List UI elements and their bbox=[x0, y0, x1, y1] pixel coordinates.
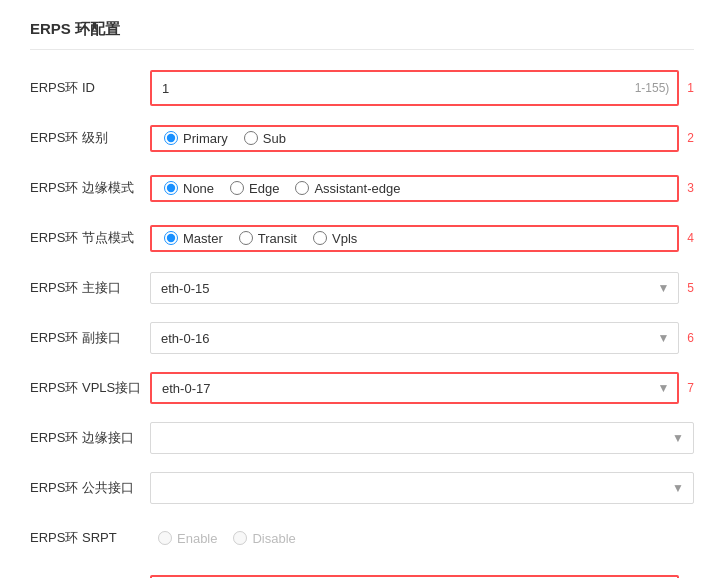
erps-level-primary[interactable]: Primary bbox=[164, 131, 228, 146]
erps-edge-port-row: ERPS环 边缘接口 ▼ bbox=[30, 420, 694, 456]
page-title: ERPS 环配置 bbox=[30, 20, 694, 50]
erps-status-group: Enable Disable bbox=[150, 575, 679, 579]
erps-sub-port-wrapper: eth-0-15 eth-0-16 eth-0-17 ▼ bbox=[150, 322, 679, 354]
erps-public-port-control: ▼ bbox=[150, 472, 694, 504]
erps-edge-mode-none-label: None bbox=[183, 181, 214, 196]
erps-main-port-row: ERPS环 主接口 eth-0-15 eth-0-16 eth-0-17 ▼ 5 bbox=[30, 270, 694, 306]
erps-edge-port-select[interactable] bbox=[150, 422, 694, 454]
erps-id-row: ERPS环 ID 1-155) 1 bbox=[30, 70, 694, 106]
erps-public-port-select[interactable] bbox=[150, 472, 694, 504]
erps-vpls-port-row: ERPS环 VPLS接口 eth-0-15 eth-0-16 eth-0-17 … bbox=[30, 370, 694, 406]
erps-main-port-label: ERPS环 主接口 bbox=[30, 279, 150, 297]
erps-edge-port-control: ▼ bbox=[150, 422, 694, 454]
erps-public-port-label: ERPS环 公共接口 bbox=[30, 479, 150, 497]
erps-vpls-port-control: eth-0-15 eth-0-16 eth-0-17 ▼ bbox=[150, 372, 679, 404]
erps-node-mode-group: Master Transit Vpls bbox=[150, 225, 679, 252]
erps-public-port-row: ERPS环 公共接口 ▼ bbox=[30, 470, 694, 506]
erps-edge-port-label: ERPS环 边缘接口 bbox=[30, 429, 150, 447]
erps-main-port-index: 5 bbox=[687, 281, 694, 295]
erps-main-port-wrapper: eth-0-15 eth-0-16 eth-0-17 ▼ bbox=[150, 272, 679, 304]
erps-sub-port-index: 6 bbox=[687, 331, 694, 345]
erps-public-port-wrapper: ▼ bbox=[150, 472, 694, 504]
erps-sub-port-control: eth-0-15 eth-0-16 eth-0-17 ▼ bbox=[150, 322, 679, 354]
erps-level-primary-label: Primary bbox=[183, 131, 228, 146]
erps-edge-mode-control: None Edge Assistant-edge bbox=[150, 175, 679, 202]
erps-node-mode-master-radio[interactable] bbox=[164, 231, 178, 245]
erps-sub-port-label: ERPS环 副接口 bbox=[30, 329, 150, 347]
erps-srpt-disable-radio bbox=[233, 531, 247, 545]
erps-edge-mode-none-radio[interactable] bbox=[164, 181, 178, 195]
erps-node-mode-vpls[interactable]: Vpls bbox=[313, 231, 357, 246]
erps-level-group: Primary Sub bbox=[150, 125, 679, 152]
erps-edge-mode-label: ERPS环 边缘模式 bbox=[30, 179, 150, 197]
erps-edge-mode-none[interactable]: None bbox=[164, 181, 214, 196]
erps-node-mode-master-label: Master bbox=[183, 231, 223, 246]
erps-sub-port-row: ERPS环 副接口 eth-0-15 eth-0-16 eth-0-17 ▼ 6 bbox=[30, 320, 694, 356]
erps-node-mode-transit[interactable]: Transit bbox=[239, 231, 297, 246]
erps-edge-port-wrapper: ▼ bbox=[150, 422, 694, 454]
erps-vpls-port-wrapper: eth-0-15 eth-0-16 eth-0-17 ▼ bbox=[150, 372, 679, 404]
erps-srpt-label: ERPS环 SRPT bbox=[30, 529, 150, 547]
erps-id-input[interactable] bbox=[152, 72, 627, 104]
erps-node-mode-row: ERPS环 节点模式 Master Transit Vpls 4 bbox=[30, 220, 694, 256]
erps-edge-mode-group: None Edge Assistant-edge bbox=[150, 175, 679, 202]
erps-srpt-control: Enable Disable bbox=[150, 527, 694, 550]
erps-srpt-enable: Enable bbox=[158, 531, 217, 546]
erps-id-label: ERPS环 ID bbox=[30, 79, 150, 97]
erps-vpls-port-index: 7 bbox=[687, 381, 694, 395]
erps-srpt-enable-radio bbox=[158, 531, 172, 545]
erps-id-index: 1 bbox=[687, 81, 694, 95]
erps-level-row: ERPS环 级别 Primary Sub 2 bbox=[30, 120, 694, 156]
erps-main-port-select[interactable]: eth-0-15 eth-0-16 eth-0-17 bbox=[150, 272, 679, 304]
erps-main-port-control: eth-0-15 eth-0-16 eth-0-17 ▼ bbox=[150, 272, 679, 304]
erps-edge-mode-row: ERPS环 边缘模式 None Edge Assistant-edge 3 bbox=[30, 170, 694, 206]
erps-vpls-port-select[interactable]: eth-0-15 eth-0-16 eth-0-17 bbox=[150, 372, 679, 404]
erps-vpls-port-label: ERPS环 VPLS接口 bbox=[30, 379, 150, 397]
erps-node-mode-label: ERPS环 节点模式 bbox=[30, 229, 150, 247]
erps-edge-mode-assistant-radio[interactable] bbox=[295, 181, 309, 195]
erps-id-wrapper: 1-155) bbox=[150, 70, 679, 106]
erps-srpt-disable-label: Disable bbox=[252, 531, 295, 546]
erps-srpt-enable-label: Enable bbox=[177, 531, 217, 546]
erps-status-row: ERPS环 状态 Enable Disable 8 bbox=[30, 570, 694, 578]
erps-node-mode-control: Master Transit Vpls bbox=[150, 225, 679, 252]
erps-node-mode-index: 4 bbox=[687, 231, 694, 245]
erps-edge-mode-edge-label: Edge bbox=[249, 181, 279, 196]
erps-level-index: 2 bbox=[687, 131, 694, 145]
erps-node-mode-master[interactable]: Master bbox=[164, 231, 223, 246]
erps-edge-mode-index: 3 bbox=[687, 181, 694, 195]
erps-level-sub-label: Sub bbox=[263, 131, 286, 146]
erps-level-control: Primary Sub bbox=[150, 125, 679, 152]
erps-id-control: 1-155) bbox=[150, 70, 679, 106]
erps-edge-mode-assistant[interactable]: Assistant-edge bbox=[295, 181, 400, 196]
erps-sub-port-select[interactable]: eth-0-15 eth-0-16 eth-0-17 bbox=[150, 322, 679, 354]
erps-edge-mode-edge[interactable]: Edge bbox=[230, 181, 279, 196]
erps-node-mode-transit-radio[interactable] bbox=[239, 231, 253, 245]
erps-edge-mode-edge-radio[interactable] bbox=[230, 181, 244, 195]
erps-srpt-disable: Disable bbox=[233, 531, 295, 546]
erps-level-label: ERPS环 级别 bbox=[30, 129, 150, 147]
erps-srpt-row: ERPS环 SRPT Enable Disable bbox=[30, 520, 694, 556]
erps-node-mode-vpls-radio[interactable] bbox=[313, 231, 327, 245]
erps-node-mode-transit-label: Transit bbox=[258, 231, 297, 246]
erps-status-control: Enable Disable bbox=[150, 575, 679, 579]
erps-level-sub-radio[interactable] bbox=[244, 131, 258, 145]
erps-srpt-group: Enable Disable bbox=[150, 527, 694, 550]
erps-level-sub[interactable]: Sub bbox=[244, 131, 286, 146]
erps-id-suffix: 1-155) bbox=[627, 81, 678, 95]
erps-edge-mode-assistant-label: Assistant-edge bbox=[314, 181, 400, 196]
erps-node-mode-vpls-label: Vpls bbox=[332, 231, 357, 246]
erps-level-primary-radio[interactable] bbox=[164, 131, 178, 145]
